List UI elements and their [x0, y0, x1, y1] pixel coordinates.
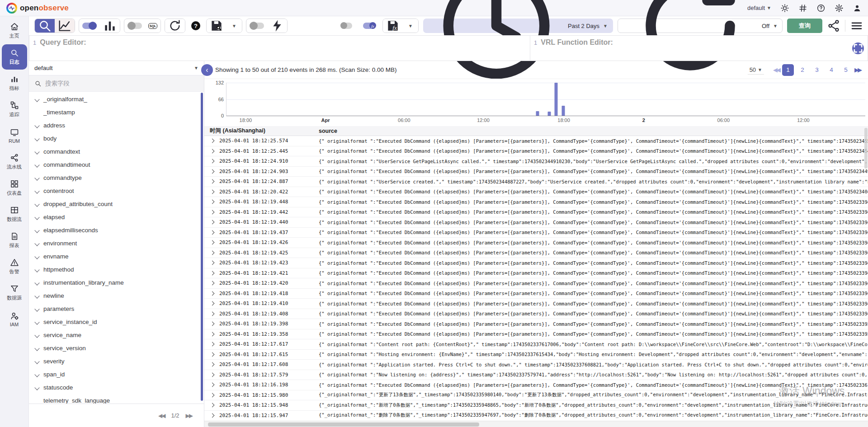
expand-row-icon[interactable]	[210, 403, 215, 408]
table-row[interactable]: 2025-04-01 18:12:17.579 {"_originalforma…	[204, 370, 868, 380]
expand-row-icon[interactable]	[210, 301, 215, 306]
sql-mode-toggle[interactable]	[127, 23, 142, 29]
sidebar-item[interactable]: 追踪	[2, 97, 27, 122]
page-number-button[interactable]: 3	[811, 64, 823, 76]
saved-search-dropdown[interactable]: ▼	[226, 19, 242, 33]
table-row[interactable]: 2025-04-01 18:12:19.418 {"_originalforma…	[204, 289, 868, 299]
table-row[interactable]: 2025-04-01 18:12:19.448 {"_originalforma…	[204, 197, 868, 207]
visualize-mode-button[interactable]	[55, 19, 75, 33]
expand-row-icon[interactable]	[210, 159, 215, 164]
save-search-button[interactable]	[207, 19, 226, 33]
vertical-scrollbar[interactable]	[864, 128, 868, 169]
table-row[interactable]: 2025-04-01 18:12:15.980 {"_originalforma…	[204, 390, 868, 401]
expand-row-icon[interactable]	[210, 200, 215, 204]
light-mode-icon[interactable]	[780, 4, 789, 13]
field-item[interactable]: telemetry_sdk_language	[29, 394, 204, 404]
expand-row-icon[interactable]	[210, 281, 215, 286]
sidebar-item[interactable]: 指标	[2, 70, 27, 96]
share-icon[interactable]	[827, 19, 840, 33]
expand-row-icon[interactable]	[210, 189, 215, 194]
sidebar-item[interactable]: 仪表盘	[2, 175, 27, 201]
field-item[interactable]: elapsedmilliseconds	[29, 224, 204, 237]
table-row[interactable]: 2025-04-01 18:12:24.887 {"_originalforma…	[204, 177, 868, 187]
expand-row-icon[interactable]	[210, 139, 215, 143]
table-row[interactable]: 2025-04-01 18:12:24.903 {"_originalforma…	[204, 167, 868, 177]
expand-row-icon[interactable]	[210, 352, 215, 357]
expand-row-icon[interactable]	[210, 261, 215, 265]
stream-selector[interactable]: default ▼	[29, 61, 204, 75]
sidebar-item[interactable]: 数据源	[2, 280, 27, 305]
histogram-bar[interactable]	[548, 112, 551, 116]
page-number-button[interactable]: 5	[840, 64, 852, 76]
sidebar-item[interactable]: IAM	[2, 306, 27, 332]
column-header-source[interactable]: source	[319, 128, 868, 134]
expand-row-icon[interactable]	[210, 271, 215, 275]
sidebar-item[interactable]: 报表	[2, 228, 27, 253]
expand-row-icon[interactable]	[210, 342, 215, 347]
table-row[interactable]: 2025-04-01 18:12:19.398 {"_originalforma…	[204, 319, 868, 329]
table-row[interactable]: 2025-04-01 18:12:19.421 {"_originalforma…	[204, 268, 868, 279]
fields-next-page-icon[interactable]: ▶▶	[186, 413, 192, 419]
expand-row-icon[interactable]	[210, 179, 215, 184]
search-mode-button[interactable]	[35, 19, 55, 33]
settings-gear-icon[interactable]	[835, 4, 844, 13]
query-editor[interactable]: 1 Query Editor:	[29, 35, 530, 61]
expand-row-icon[interactable]	[210, 220, 215, 225]
table-row[interactable]: 2025-04-01 18:12:19.423 {"_originalforma…	[204, 258, 868, 268]
expand-row-icon[interactable]	[210, 311, 215, 316]
expand-row-icon[interactable]	[210, 413, 215, 418]
vrl-function-toggle[interactable]	[363, 23, 375, 29]
field-item[interactable]: commandtimeout	[29, 158, 204, 171]
quick-mode-toggle[interactable]	[250, 23, 264, 29]
table-row[interactable]: 2025-04-01 18:12:19.442 {"_originalforma…	[204, 207, 868, 218]
histogram-bar[interactable]	[536, 111, 539, 116]
expand-row-icon[interactable]	[210, 169, 215, 174]
auto-refresh-selector[interactable]: Off ▼	[618, 19, 783, 33]
field-item[interactable]: envname	[29, 250, 204, 263]
expand-editor-button[interactable]	[852, 42, 864, 54]
histogram-bar[interactable]	[555, 83, 558, 116]
expand-row-icon[interactable]	[210, 383, 215, 387]
field-item[interactable]: httpmethod	[29, 263, 204, 276]
table-row[interactable]: 2025-04-01 18:12:17.615 {"_originalforma…	[204, 350, 868, 360]
field-item[interactable]: _originalformat_	[29, 93, 204, 106]
field-item[interactable]: service_name	[29, 328, 204, 342]
column-header-time[interactable]: 时间 (Asia/Shanghai)	[204, 127, 319, 135]
field-list-scrollbar[interactable]	[201, 93, 203, 401]
histogram-plot[interactable]: 06613218:00Apr06:0012:0018:00206:0012:00	[226, 83, 865, 116]
expand-row-icon[interactable]	[210, 362, 215, 367]
time-range-selector[interactable]: Past 2 Days ▼	[423, 19, 613, 33]
table-row[interactable]: 2025-04-01 18:12:19.425 {"_originalforma…	[204, 248, 868, 258]
sidebar-item[interactable]: RUM	[2, 123, 27, 148]
table-row[interactable]: 2025-04-01 18:12:19.420 {"_originalforma…	[204, 278, 868, 289]
expand-row-icon[interactable]	[210, 230, 215, 235]
sidebar-item[interactable]: 日志	[2, 44, 27, 70]
field-item[interactable]: body	[29, 132, 204, 145]
table-row[interactable]: 2025-04-01 18:12:19.440 {"_originalforma…	[204, 217, 868, 228]
vrl-function-editor[interactable]: 1 VRL Function Editor:	[530, 35, 868, 61]
help-icon[interactable]	[816, 4, 826, 13]
run-query-button[interactable]: 查询	[787, 19, 822, 33]
field-item[interactable]: _timestamp	[29, 106, 204, 119]
field-item[interactable]: newline	[29, 289, 204, 302]
collapse-fields-button[interactable]: ‹	[201, 64, 213, 76]
field-item[interactable]: contentroot	[29, 184, 204, 197]
page-number-button[interactable]: 4	[826, 64, 837, 76]
field-item[interactable]: span_id	[29, 368, 204, 381]
field-item[interactable]: statuscode	[29, 381, 204, 394]
sidebar-item[interactable]: 告警	[2, 254, 27, 279]
field-item[interactable]: environment	[29, 237, 204, 250]
histogram-bar[interactable]	[562, 106, 565, 116]
table-row[interactable]: 2025-04-01 18:12:19.426 {"_originalforma…	[204, 238, 868, 248]
per-page-selector[interactable]: 50▼	[748, 66, 764, 75]
field-item[interactable]: severity	[29, 355, 204, 368]
expand-row-icon[interactable]	[210, 149, 215, 153]
field-item[interactable]: elapsed	[29, 211, 204, 224]
expand-row-icon[interactable]	[210, 322, 215, 326]
sidebar-item[interactable]: 流水线	[2, 149, 27, 174]
page-number-button[interactable]: 1	[782, 64, 794, 76]
field-item[interactable]: address	[29, 119, 204, 132]
table-row[interactable]: 2025-04-01 18:12:19.358 {"_originalforma…	[204, 329, 868, 340]
field-item[interactable]: instrumentation_library_name	[29, 276, 204, 289]
expand-row-icon[interactable]	[210, 210, 215, 214]
